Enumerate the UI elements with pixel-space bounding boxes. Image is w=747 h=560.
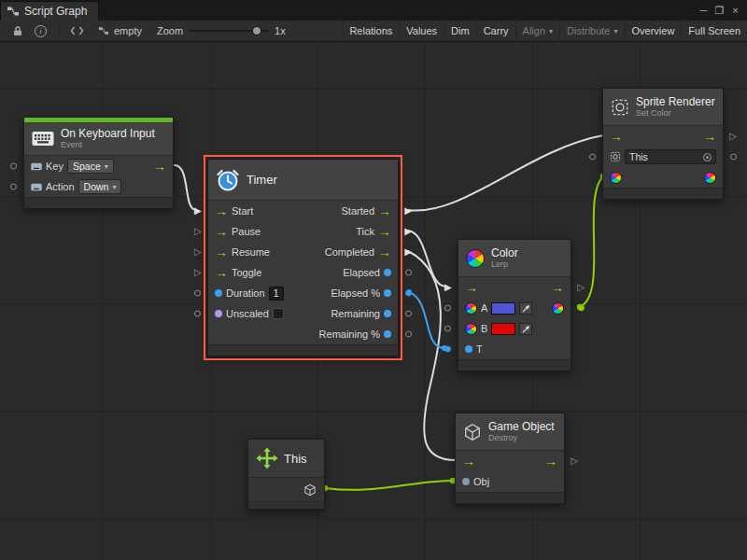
flow-output-arrow-icon[interactable] [703, 130, 716, 143]
flow-output-arrow-icon[interactable] [551, 281, 564, 294]
tick-flow-output-port[interactable] [404, 227, 412, 236]
started-flow-output-port[interactable] [404, 206, 412, 216]
flow-output-arrow-icon[interactable] [544, 455, 557, 468]
pause-flow-input-port[interactable] [194, 227, 202, 236]
action-input-port[interactable] [10, 184, 17, 190]
flow-output-port[interactable] [729, 132, 737, 141]
t-input-dot[interactable] [465, 345, 472, 353]
remaining-output-port[interactable] [405, 311, 412, 317]
obj-input-dot[interactable] [462, 478, 470, 485]
graph-selector[interactable]: empty [98, 25, 142, 36]
elapsed-pct-output-port[interactable] [405, 290, 412, 297]
minimize-icon[interactable]: ─ [696, 0, 712, 21]
action-value: Down [84, 181, 109, 192]
b-color-swatch[interactable] [491, 323, 515, 335]
graph-asset-icon [98, 26, 109, 35]
node-timer[interactable]: Timer Start Started Pause Tick Resume [207, 159, 399, 357]
close-icon[interactable]: × [727, 0, 743, 21]
flow-arrow-icon[interactable] [378, 204, 391, 217]
info-icon[interactable] [35, 25, 47, 37]
flow-input-arrow-icon[interactable] [465, 281, 478, 294]
target-input-port[interactable] [589, 154, 596, 161]
dim-button[interactable]: Dim [444, 21, 476, 42]
start-label: Start [232, 205, 253, 217]
object-picker-icon[interactable] [703, 153, 712, 161]
flow-input-arrow-icon[interactable] [462, 455, 475, 468]
color-output-wheel-icon[interactable] [704, 172, 716, 184]
a-eyedropper-icon[interactable] [519, 302, 532, 315]
toggle-flow-input-port[interactable] [194, 268, 202, 277]
flow-arrow-icon[interactable] [215, 204, 228, 217]
unscaled-input-port[interactable] [194, 311, 201, 317]
elapsed-output-port[interactable] [405, 270, 412, 276]
color-input-wheel-icon[interactable] [610, 172, 622, 184]
b-eyedropper-icon[interactable] [519, 323, 532, 335]
t-input-port[interactable] [444, 346, 451, 353]
overview-button[interactable]: Overview [625, 21, 682, 42]
relations-button[interactable]: Relations [342, 21, 399, 42]
node-color-lerp[interactable]: Color Lerp A B [458, 239, 571, 371]
node-on-keyboard-input[interactable]: On Keyboard Input Event Key Space Action… [23, 117, 174, 209]
node-header: Color Lerp [458, 240, 571, 277]
tab-script-graph[interactable]: Script Graph [0, 1, 99, 21]
values-button[interactable]: Values [399, 21, 444, 42]
unscaled-input-dot[interactable] [215, 310, 222, 317]
elapsed-pct-output-dot[interactable] [384, 289, 391, 297]
fullscreen-button[interactable]: Full Screen [681, 21, 747, 42]
zoom-slider-knob[interactable] [252, 26, 261, 35]
a-color-swatch[interactable] [491, 302, 515, 315]
flow-arrow-icon[interactable] [215, 225, 228, 238]
remaining-output-dot[interactable] [384, 310, 391, 317]
remaining-pct-output-port[interactable] [405, 331, 412, 338]
remaining-pct-output-dot[interactable] [384, 330, 391, 338]
zoom-slider[interactable] [189, 24, 269, 37]
flow-arrow-icon[interactable] [215, 266, 228, 279]
key-dropdown[interactable]: Space [67, 159, 114, 174]
collapse-brackets-icon[interactable] [65, 26, 89, 35]
flow-input-arrow-icon[interactable] [610, 130, 623, 143]
unscaled-checkbox[interactable] [273, 308, 284, 319]
node-destroy[interactable]: Game Object Destroy Obj [455, 413, 565, 504]
carry-button[interactable]: Carry [476, 21, 515, 42]
node-footer [458, 359, 571, 371]
result-color-wheel-icon[interactable] [552, 302, 564, 315]
flow-input-port[interactable] [444, 283, 452, 292]
target-object-field[interactable]: This [625, 149, 716, 164]
node-title: On Keyboard Input [61, 127, 155, 140]
node-this[interactable]: This [247, 439, 325, 510]
distribute-button[interactable]: Distribute [559, 21, 624, 42]
flow-output-port[interactable] [577, 283, 585, 292]
lerp-a-row: A [458, 298, 571, 318]
elapsed-output-dot[interactable] [384, 269, 391, 276]
align-button[interactable]: Align [515, 21, 559, 42]
timer-row-1: Start Started [208, 201, 398, 221]
duration-input-dot[interactable] [215, 289, 222, 297]
action-dropdown[interactable]: Down [78, 179, 122, 194]
duration-input-port[interactable] [194, 290, 201, 297]
duration-value-field[interactable]: 1 [269, 287, 284, 301]
maximize-icon[interactable]: ❐ [712, 0, 727, 21]
node-set-color[interactable]: Sprite Renderer Set Color This [602, 88, 724, 200]
lock-icon[interactable] [7, 25, 28, 36]
completed-flow-output-port[interactable] [404, 247, 412, 257]
start-flow-input-port[interactable] [194, 206, 202, 216]
keyboard-action-row: Action Down [24, 176, 173, 197]
flow-arrow-icon[interactable] [215, 245, 228, 259]
trigger-output-arrow-icon[interactable] [153, 160, 166, 173]
lerp-flow-row [458, 277, 571, 298]
node-title: Sprite Renderer [636, 95, 715, 108]
result-output-port[interactable] [578, 305, 585, 312]
flow-output-port[interactable] [571, 456, 578, 466]
resume-flow-input-port[interactable] [194, 247, 202, 257]
node-header: Sprite Renderer Set Color [603, 89, 723, 126]
flow-arrow-icon[interactable] [378, 225, 391, 238]
gameobject-output-icon[interactable] [303, 483, 317, 497]
flow-arrow-icon[interactable] [378, 245, 391, 259]
timer-row-5: Duration 1 Elapsed % [208, 283, 398, 303]
b-input-port[interactable] [444, 326, 451, 332]
target-output-port[interactable] [730, 154, 737, 161]
key-input-port[interactable] [10, 163, 17, 170]
a-input-port[interactable] [444, 305, 451, 312]
this-label: This [284, 452, 307, 466]
lerp-t-row: T [458, 339, 571, 359]
